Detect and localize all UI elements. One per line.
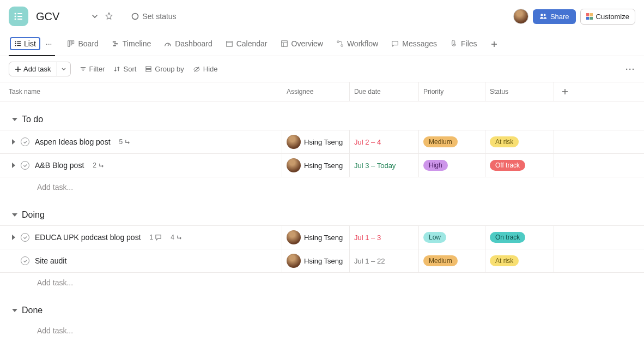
tab-workflow[interactable]: Workflow [335,35,379,53]
chevron-down-icon[interactable] [90,11,100,21]
add-task-inline[interactable]: Add task... [0,321,644,340]
col-priority[interactable]: Priority [419,82,485,101]
overview-icon [281,40,288,47]
assignee-cell[interactable]: Hsing Tseng [282,226,350,249]
project-icon[interactable] [9,7,28,26]
tab-messages[interactable]: Messages [390,35,438,53]
comment-count[interactable]: 1 [150,234,162,241]
assignee-cell[interactable]: Hsing Tseng [282,154,350,177]
row-overflow[interactable] [554,130,576,153]
section-toggle[interactable] [12,213,17,217]
svg-point-2 [15,16,16,17]
customize-button[interactable]: Customize [580,9,635,25]
status-cell[interactable]: Off track [485,154,554,177]
svg-point-0 [15,13,16,15]
priority-cell[interactable]: Medium [419,130,485,153]
assignee-cell[interactable]: Hsing Tseng [282,249,350,272]
svg-point-6 [132,14,138,20]
groupby-label: Group by [155,65,184,73]
expand-subtasks[interactable] [12,163,15,168]
complete-checkbox[interactable] [21,256,29,265]
expand-subtasks[interactable] [12,139,15,145]
tab-calendar[interactable]: Calendar [224,35,269,53]
hide-button[interactable]: Hide [193,65,218,73]
tab-dashboard[interactable]: Dashboard [163,35,214,53]
hide-label: Hide [203,65,218,73]
svg-point-9 [15,41,16,42]
project-title[interactable]: GCV [36,10,59,23]
task-name[interactable]: EDUCA UPK podcast blog post [35,233,141,242]
groupby-icon [145,65,152,73]
complete-checkbox[interactable] [21,233,29,242]
section-toggle[interactable] [12,309,17,312]
task-name[interactable]: Aspen Ideas blog post [35,137,111,146]
add-task-inline[interactable]: Add task... [0,273,644,292]
star-icon[interactable] [104,11,114,21]
section-title[interactable]: To do [22,115,43,124]
user-avatar[interactable] [513,9,528,24]
expand-subtasks[interactable] [12,235,15,240]
tab-list-menu[interactable]: ··· [44,39,54,48]
priority-cell[interactable]: High [419,154,485,177]
assignee-cell[interactable]: Hsing Tseng [282,130,350,153]
calendar-icon [226,40,233,47]
section-toggle[interactable] [12,118,17,121]
subtask-count[interactable]: 5 [119,138,132,146]
due-date-cell[interactable]: Jul 3 – Today [350,154,419,177]
section-title[interactable]: Doing [22,210,45,220]
due-date-cell[interactable]: Jul 2 – 4 [350,130,419,153]
task-row[interactable]: Aspen Ideas blog post 5 Hsing Tseng Jul … [0,130,644,153]
priority-cell[interactable]: Low [419,226,485,249]
svg-point-8 [544,14,546,16]
due-date-cell[interactable]: Jul 1 – 22 [350,249,419,272]
complete-checkbox[interactable] [21,137,29,146]
add-task-inline[interactable]: Add task... [0,177,644,197]
status-pill: At risk [490,255,519,266]
tab-list[interactable]: List ··· [9,33,55,56]
tab-overview[interactable]: Overview [280,35,324,53]
toolbar-overflow[interactable]: ··· [625,65,635,74]
col-due-date[interactable]: Due date [350,82,419,101]
svg-rect-1 [17,13,22,14]
svg-line-21 [168,44,169,46]
task-row[interactable]: A&B Blog post 2 Hsing Tseng Jul 3 – Toda… [0,153,644,177]
col-task-name[interactable]: Task name [0,82,282,101]
status-cell[interactable]: At risk [485,130,554,153]
col-add[interactable] [554,82,576,101]
tab-board[interactable]: Board [66,35,99,53]
task-name[interactable]: A&B Blog post [35,161,84,170]
subtask-count[interactable]: 4 [171,234,183,241]
row-overflow[interactable] [554,249,576,272]
add-task-button[interactable]: Add task [9,62,71,76]
task-row[interactable]: EDUCA UPK podcast blog post 1 4 Hsing Ts… [0,225,644,249]
list-icon [14,40,22,47]
filter-button[interactable]: Filter [80,65,105,73]
col-status[interactable]: Status [485,82,554,101]
section-title[interactable]: Done [22,306,42,315]
tab-files[interactable]: Files [449,35,478,53]
priority-cell[interactable]: Medium [419,249,485,272]
add-tab-button[interactable] [489,39,499,49]
tab-timeline[interactable]: Timeline [111,35,152,53]
status-cell[interactable]: On track [485,226,554,249]
task-name[interactable]: Site audit [35,256,66,265]
complete-checkbox[interactable] [21,161,29,170]
groupby-button[interactable]: Group by [145,65,184,73]
status-cell[interactable]: At risk [485,249,554,272]
add-task-dropdown[interactable] [57,62,70,76]
due-date: Jul 2 – 4 [354,138,381,146]
grid-icon [586,13,593,20]
svg-rect-16 [70,41,72,45]
due-date-cell[interactable]: Jul 1 – 3 [350,226,419,249]
assignee-avatar [287,135,301,149]
share-button[interactable]: Share [533,9,576,24]
assignee-name: Hsing Tseng [304,161,343,170]
set-status-button[interactable]: Set status [128,10,179,23]
col-assignee[interactable]: Assignee [282,82,350,101]
due-date: Jul 1 – 3 [354,234,381,242]
sort-button[interactable]: Sort [113,65,136,73]
subtask-count[interactable]: 2 [93,161,105,169]
row-overflow[interactable] [554,226,576,249]
row-overflow[interactable] [554,154,576,177]
task-row[interactable]: Site audit Hsing Tseng Jul 1 – 22 Medium… [0,249,644,273]
